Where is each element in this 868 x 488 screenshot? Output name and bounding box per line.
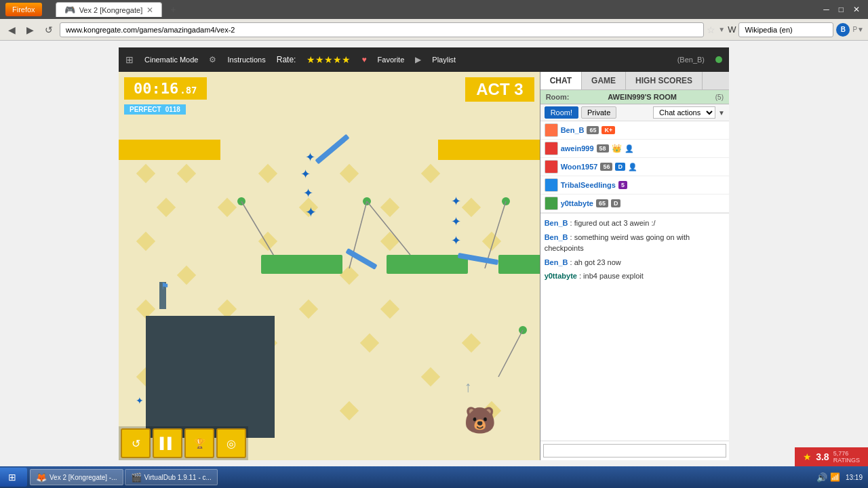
user-item-ben: Ben_B 65 K+ (540, 121, 729, 140)
sub-tab-private[interactable]: Private (581, 106, 616, 119)
favorite-button[interactable]: Favorite (378, 56, 405, 64)
taskbar-time: 13:19 (846, 474, 863, 481)
close-icon[interactable]: ✕ (850, 5, 863, 14)
flag-icon: ⚑ (161, 281, 170, 291)
virtualdub-icon: 🎬 (131, 472, 142, 483)
tab-title: Vex 2 [Kongregate] (79, 6, 143, 14)
msg-3: Ben_B : ah got 23 now (545, 257, 725, 268)
user-list: Ben_B 65 K+ awein999 58 👑 👤 Woon1957 (540, 121, 729, 214)
timer-value: 00:16 (134, 80, 178, 97)
chat-actions-dropdown-icon: ▼ (718, 109, 725, 117)
left-spacer (0, 47, 119, 460)
game-area[interactable]: 00:16 .87 PERFECT 0118 ACT 3 (119, 72, 540, 460)
game-controls[interactable]: ↺ ▌▌ 🏆 ◎ (119, 426, 248, 460)
chat-tabs: CHAT GAME HIGH SCORES (540, 72, 729, 90)
nav-dropdown-icon[interactable]: ▼ (718, 26, 725, 33)
play-icon: ▶ (415, 55, 421, 64)
grid-icon: ⊞ (125, 54, 134, 65)
address-bar[interactable] (60, 22, 704, 37)
taskbar: ⊞ 🦊 Vex 2 [Kongregate] -... 🎬 VirtualDub… (0, 466, 868, 488)
bookmark-icon[interactable]: ☆ (707, 24, 715, 35)
game-chat-area: 00:16 .87 PERFECT 0118 ACT 3 (119, 72, 729, 460)
msg-text-3: : ah got 23 now (570, 258, 621, 266)
msg-1: Ben_B : figured out act 3 awein :/ (545, 218, 725, 229)
msg-user-1[interactable]: Ben_B (545, 219, 568, 227)
msg-user-4[interactable]: y0ttabyte (545, 272, 577, 280)
star-rating[interactable]: ★★★★★ (307, 54, 351, 65)
game-canvas: 00:16 .87 PERFECT 0118 ACT 3 (119, 72, 540, 460)
taskbar-firefox-label: Vex 2 [Kongregate] -... (50, 474, 117, 481)
badge-rank-woon: D (615, 163, 625, 171)
star-4: ✦ (305, 204, 317, 220)
forward-button[interactable]: ▶ (22, 23, 38, 37)
msg-text-1: : figured out act 3 awein :/ (570, 219, 656, 227)
room-header: Room: AWEIN999'S ROOM (5) (540, 90, 729, 104)
msg-4: y0ttabyte : inb4 pause exploit (545, 270, 725, 282)
main-layout: ⊞ Cinematic Mode ⚙ Instructions Rate: ★★… (0, 47, 868, 460)
rating-count: 5,776 RATINGS (833, 450, 860, 464)
instructions-button[interactable]: Instructions (227, 56, 265, 64)
chat-input[interactable] (543, 444, 726, 458)
top-platform-left (119, 140, 220, 160)
control-restart[interactable]: ↺ (121, 428, 151, 458)
arrow-up: ↑ (465, 378, 472, 396)
control-pause[interactable]: ▌▌ (153, 428, 182, 458)
minimize-icon[interactable]: ─ (821, 5, 832, 14)
room-name: AWEIN999'S ROOM (608, 93, 677, 101)
reload-button[interactable]: ↺ (41, 23, 57, 37)
chat-actions-select[interactable]: Chat actions (653, 106, 715, 119)
firefox-button[interactable]: Firefox (5, 3, 42, 16)
chat-sub-tabs: Room! Private Chat actions ▼ (540, 104, 729, 121)
restore-icon[interactable]: □ (836, 5, 846, 14)
rating-bar: ★ 3.8 5,776 RATINGS (795, 447, 868, 466)
chat-input-area (540, 441, 729, 460)
right-spacer (729, 47, 848, 460)
username-woon[interactable]: Woon1957 (561, 163, 598, 171)
tab-high-scores[interactable]: HIGH SCORES (626, 72, 703, 89)
star-1: ✦ (305, 150, 315, 165)
settings-icon: ⚙ (209, 55, 216, 64)
windows-icon: ⊞ (8, 472, 16, 483)
username-tribal[interactable]: TribalSeedlings (561, 181, 616, 189)
msg-2: Ben_B : something weird was going on wit… (545, 232, 725, 254)
username-awein[interactable]: awein999 (561, 144, 594, 152)
tab-game[interactable]: GAME (582, 72, 626, 89)
taskbar-item-virtualdub[interactable]: 🎬 VirtualDub 1.9.11 - c... (125, 469, 218, 485)
taskbar-item-firefox[interactable]: 🦊 Vex 2 [Kongregate] -... (30, 469, 123, 485)
firefox-icon: 🦊 (36, 472, 47, 483)
user-item-awein: awein999 58 👑 👤 (540, 140, 729, 158)
new-tab-button[interactable]: + (165, 1, 181, 18)
badge-level-ben: 65 (587, 126, 599, 134)
start-button[interactable]: ⊞ (0, 468, 27, 487)
badge-rank-ben: K+ (601, 126, 615, 134)
speaker-icon[interactable]: 🔊 (816, 472, 827, 483)
tab-chat[interactable]: CHAT (540, 72, 582, 89)
username-ben[interactable]: Ben_B (561, 126, 585, 134)
browser-tab[interactable]: 🎮 Vex 2 [Kongregate] ✕ (56, 2, 163, 17)
tab-close-icon[interactable]: ✕ (146, 5, 153, 15)
msg-user-3[interactable]: Ben_B (545, 258, 568, 266)
favorite-icon: ♥ (361, 55, 366, 64)
back-button[interactable]: ◀ (4, 23, 20, 37)
mod-icon-awein: 👑 (612, 144, 622, 153)
ff-extension-icon: P▼ (852, 26, 864, 33)
user-label: (Ben_B) (677, 56, 705, 64)
cinematic-mode-button[interactable]: Cinematic Mode (144, 56, 198, 64)
star-3: ✦ (303, 186, 313, 201)
sub-tab-rooms[interactable]: Room! (545, 106, 578, 119)
user-item-woon: Woon1957 56 D 👤 (540, 158, 729, 176)
playlist-button[interactable]: Playlist (432, 56, 456, 64)
timer-ms: .87 (180, 85, 197, 96)
avatar-tribal (545, 178, 558, 192)
search-input[interactable] (738, 22, 833, 37)
control-target[interactable]: ◎ (216, 428, 246, 458)
star-6: ✦ (451, 214, 461, 229)
star-7: ✦ (451, 233, 461, 248)
star-2: ✦ (300, 167, 311, 182)
username-y0tta[interactable]: y0ttabyte (561, 199, 593, 207)
msg-user-2[interactable]: Ben_B (545, 233, 568, 241)
taskbar-right: 🔊 📶 13:19 (811, 472, 868, 483)
network-icon[interactable]: 📶 (830, 472, 840, 482)
control-trophy[interactable]: 🏆 (184, 428, 214, 458)
badge-rank-y0tta: D (611, 199, 621, 207)
